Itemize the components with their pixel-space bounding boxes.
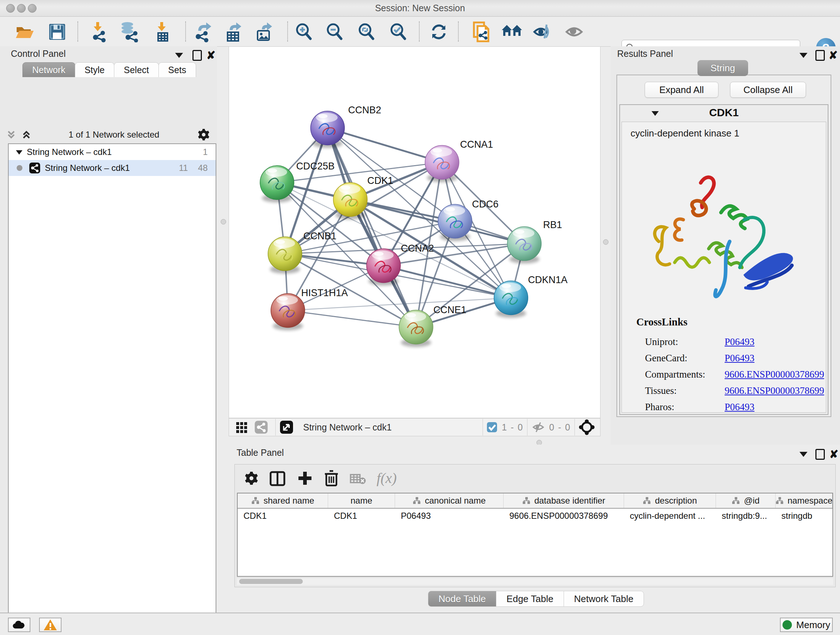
cloud-status-button[interactable] bbox=[8, 618, 30, 632]
network-view-icon[interactable] bbox=[254, 420, 268, 434]
tab-string[interactable]: String bbox=[698, 60, 748, 76]
tab-style[interactable]: Style bbox=[75, 62, 115, 77]
save-session-button[interactable] bbox=[47, 21, 68, 42]
table-options-gear-icon[interactable] bbox=[243, 470, 259, 486]
node-table[interactable]: shared namenamecanonical namedatabase id… bbox=[237, 493, 833, 577]
node-CDK1[interactable] bbox=[333, 182, 367, 219]
node-CCNA1[interactable] bbox=[425, 145, 459, 182]
show-columns-icon[interactable] bbox=[270, 471, 286, 486]
node-CCNA2[interactable] bbox=[366, 249, 401, 286]
crosslink-value-link[interactable]: P06493 bbox=[725, 336, 755, 348]
tab-network-table[interactable]: Network Table bbox=[564, 591, 644, 607]
node-RB1[interactable] bbox=[507, 226, 541, 264]
right-splitter-grip[interactable] bbox=[603, 239, 608, 245]
tab-edge-table[interactable]: Edge Table bbox=[496, 591, 564, 607]
node-CDKN1A[interactable] bbox=[494, 281, 528, 318]
column-header-namespace[interactable]: namespace bbox=[775, 494, 832, 508]
export-network-button[interactable] bbox=[192, 21, 213, 42]
selected-checkbox-icon[interactable] bbox=[486, 422, 497, 432]
export-image-button[interactable] bbox=[254, 21, 275, 42]
table-cell[interactable]: P06493 bbox=[395, 509, 504, 524]
node-CDC6[interactable] bbox=[438, 204, 472, 241]
table-panel-close-button[interactable]: ✘ bbox=[828, 448, 840, 461]
results-panel-close-button[interactable]: ✘ bbox=[827, 49, 839, 62]
birdseye-navigator-icon[interactable] bbox=[578, 419, 595, 435]
network-graph[interactable]: CCNB2CCNA1CDC25BCDK1CDC6RB1CCNB1CCNA2CDK… bbox=[229, 47, 600, 418]
column-header-name[interactable]: name bbox=[328, 494, 395, 508]
left-splitter-grip[interactable] bbox=[221, 219, 226, 225]
node-gloss bbox=[276, 240, 285, 244]
table-panel-float-button[interactable] bbox=[814, 448, 826, 461]
zoom-fit-button[interactable] bbox=[356, 21, 377, 42]
tab-sets[interactable]: Sets bbox=[158, 62, 196, 77]
warnings-button[interactable] bbox=[39, 618, 62, 632]
add-column-icon[interactable] bbox=[297, 470, 313, 486]
two-houses-icon bbox=[501, 23, 523, 41]
crosslink-value-link[interactable]: 9606.ENSP00000378699 bbox=[725, 369, 824, 380]
refresh-view-button[interactable] bbox=[428, 21, 449, 42]
column-header-shared-name[interactable]: shared name bbox=[238, 494, 328, 508]
edge-HIST1H1A-CCNE1[interactable] bbox=[288, 310, 416, 327]
control-panel-menu-button[interactable] bbox=[173, 49, 185, 62]
new-network-from-selection-button[interactable] bbox=[471, 21, 492, 42]
network-canvas[interactable]: CCNB2CCNA1CDC25BCDK1CDC6RB1CCNB1CCNA2CDK… bbox=[229, 46, 600, 418]
node-HIST1H1A[interactable] bbox=[271, 294, 305, 331]
expand-all-button[interactable]: Expand All bbox=[645, 82, 718, 98]
detach-view-icon[interactable] bbox=[279, 420, 294, 434]
delete-column-icon[interactable] bbox=[324, 470, 339, 487]
collapse-all-button[interactable]: Collapse All bbox=[730, 82, 806, 98]
network-collection-row[interactable]: String Network – cdk1 1 bbox=[9, 144, 216, 160]
import-database-icon bbox=[118, 21, 139, 42]
column-header-description[interactable]: description bbox=[624, 494, 716, 508]
column-header-canonical-name[interactable]: canonical name bbox=[395, 494, 504, 508]
results-panel-menu-button[interactable] bbox=[797, 49, 810, 62]
import-network-from-database-button[interactable] bbox=[118, 21, 139, 42]
crosslink-value-link[interactable]: 9606.ENSP00000378699 bbox=[725, 385, 824, 396]
table-cell[interactable]: 9606.ENSP00000378699 bbox=[504, 509, 624, 524]
hide-selected-button[interactable] bbox=[532, 21, 553, 42]
export-table-button[interactable] bbox=[223, 21, 244, 42]
node-CCNB1[interactable] bbox=[268, 237, 302, 274]
tab-select[interactable]: Select bbox=[114, 62, 158, 77]
zoom-selected-button[interactable] bbox=[388, 21, 409, 42]
table-cell[interactable]: CDK1 bbox=[238, 509, 328, 524]
expand-all-icon[interactable] bbox=[21, 129, 32, 140]
table-row[interactable]: CDK1CDK1P064939606.ENSP00000378699cyclin… bbox=[238, 509, 832, 524]
network-options-gear-icon[interactable] bbox=[197, 128, 210, 141]
first-neighbors-button[interactable] bbox=[501, 21, 523, 42]
zoom-in-button[interactable] bbox=[294, 21, 314, 42]
control-panel-close-button[interactable]: ✘ bbox=[205, 49, 217, 62]
crosslink-value-link[interactable]: P06493 bbox=[725, 402, 755, 413]
crosslink-value-link[interactable]: P06493 bbox=[725, 353, 755, 364]
column-header-database-identifier[interactable]: database identifier bbox=[504, 494, 624, 508]
open-session-button[interactable] bbox=[14, 21, 35, 42]
results-panel-float-button[interactable] bbox=[814, 49, 826, 62]
grid-view-icon[interactable] bbox=[235, 421, 248, 434]
node-CCNE1[interactable] bbox=[399, 310, 433, 347]
tab-network[interactable]: Network bbox=[22, 62, 75, 77]
collapse-all-icon[interactable] bbox=[6, 129, 17, 140]
control-panel-float-button[interactable] bbox=[191, 49, 203, 62]
import-table-button[interactable] bbox=[151, 21, 172, 42]
node-CCNB2[interactable] bbox=[311, 111, 345, 148]
table-horizontal-scrollbar[interactable] bbox=[237, 578, 833, 585]
table-panel-menu-button[interactable] bbox=[797, 448, 810, 461]
node-CDC25B[interactable] bbox=[260, 165, 294, 203]
edge-CCNB2-CCNA1[interactable] bbox=[327, 128, 442, 163]
column-header--id[interactable]: @id bbox=[716, 494, 775, 508]
collection-expander-icon[interactable] bbox=[14, 147, 24, 157]
network-row[interactable]: String Network – cdk1 11 48 bbox=[9, 160, 216, 176]
tab-node-table[interactable]: Node Table bbox=[428, 591, 496, 607]
table-cell[interactable]: stringdb:9... bbox=[716, 509, 775, 524]
scrollbar-thumb[interactable] bbox=[239, 579, 303, 584]
table-cell[interactable]: CDK1 bbox=[328, 509, 395, 524]
table-cell[interactable]: cyclin-dependent ... bbox=[624, 509, 716, 524]
column-header-label: namespace bbox=[788, 496, 832, 506]
table-cell[interactable]: stringdb bbox=[775, 509, 832, 524]
hidden-eye-icon[interactable] bbox=[531, 421, 546, 433]
show-all-button[interactable] bbox=[564, 21, 584, 42]
edge-CCNA2-CDKN1A[interactable] bbox=[384, 266, 511, 298]
import-network-button[interactable] bbox=[87, 21, 108, 42]
memory-button[interactable]: Memory bbox=[780, 618, 833, 632]
zoom-out-button[interactable] bbox=[324, 21, 345, 42]
